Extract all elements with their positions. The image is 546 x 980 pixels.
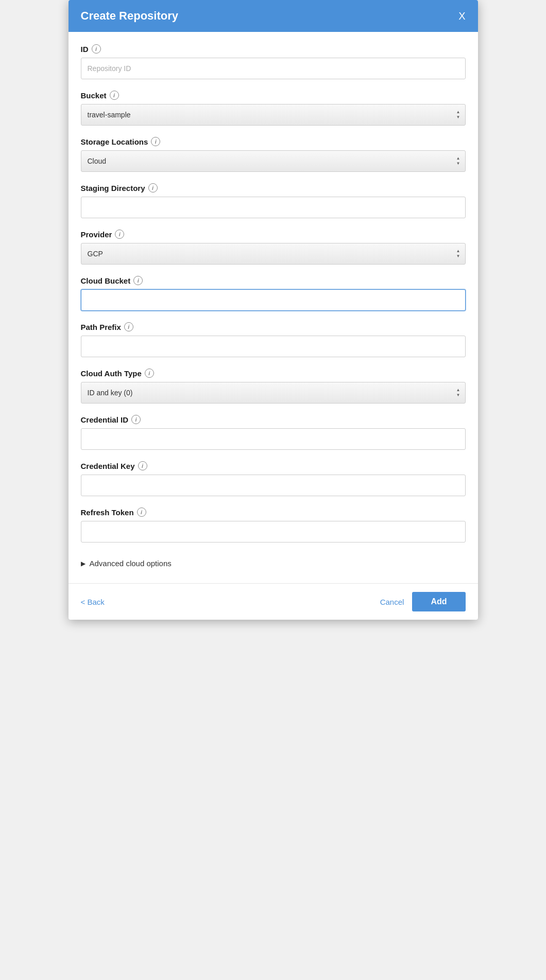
cloud-bucket-field-group: Cloud Bucket i (81, 276, 466, 311)
back-button[interactable]: < Back (81, 598, 105, 606)
credential-key-field-group: Credential Key i (81, 461, 466, 496)
credential-id-label: Credential ID i (81, 415, 466, 424)
refresh-token-label: Refresh Token i (81, 507, 466, 517)
storage-locations-field-group: Storage Locations i Cloud Local Remote (81, 137, 466, 172)
advanced-cloud-options-arrow: ▶ (81, 560, 86, 567)
storage-locations-info-icon: i (151, 137, 160, 146)
modal-header: Create Repository X (69, 0, 478, 32)
bucket-select[interactable]: travel-sample beer-sample default (81, 104, 466, 126)
provider-label: Provider i (81, 230, 466, 239)
staging-directory-field-group: Staging Directory i (81, 183, 466, 218)
bucket-field-group: Bucket i travel-sample beer-sample defau… (81, 91, 466, 126)
provider-info-icon: i (115, 230, 124, 239)
cloud-auth-type-select-wrapper: ID and key (0) Anonymous (1) IAM (2) (81, 382, 466, 404)
cancel-button[interactable]: Cancel (380, 598, 404, 606)
staging-directory-info-icon: i (148, 183, 158, 192)
staging-directory-label: Staging Directory i (81, 183, 466, 192)
path-prefix-label: Path Prefix i (81, 322, 466, 331)
cloud-auth-type-field-group: Cloud Auth Type i ID and key (0) Anonymo… (81, 369, 466, 404)
refresh-token-info-icon: i (137, 507, 146, 517)
credential-key-input[interactable] (81, 475, 466, 496)
advanced-cloud-options-toggle[interactable]: ▶ Advanced cloud options (81, 554, 466, 573)
close-button[interactable]: X (458, 11, 465, 21)
cloud-bucket-label: Cloud Bucket i (81, 276, 466, 285)
bucket-select-wrapper: travel-sample beer-sample default (81, 104, 466, 126)
footer-right-actions: Cancel Add (380, 592, 466, 611)
cloud-auth-type-label: Cloud Auth Type i (81, 369, 466, 378)
advanced-cloud-options-label: Advanced cloud options (90, 559, 172, 568)
storage-locations-select-wrapper: Cloud Local Remote (81, 150, 466, 172)
provider-select[interactable]: GCP AWS Azure (81, 243, 466, 265)
storage-locations-label: Storage Locations i (81, 137, 466, 146)
id-input[interactable] (81, 58, 466, 79)
refresh-token-input[interactable] (81, 521, 466, 542)
credential-key-info-icon: i (138, 461, 147, 470)
id-info-icon: i (92, 44, 101, 54)
credential-id-input[interactable] (81, 428, 466, 450)
provider-field-group: Provider i GCP AWS Azure (81, 230, 466, 265)
add-button[interactable]: Add (412, 592, 465, 611)
path-prefix-input[interactable] (81, 336, 466, 357)
modal-title: Create Repository (81, 9, 179, 23)
staging-directory-input[interactable] (81, 197, 466, 218)
credential-id-field-group: Credential ID i (81, 415, 466, 450)
storage-locations-select[interactable]: Cloud Local Remote (81, 150, 466, 172)
cloud-bucket-info-icon: i (133, 276, 143, 285)
bucket-info-icon: i (110, 91, 119, 100)
modal-footer: < Back Cancel Add (69, 583, 478, 620)
id-label: ID i (81, 44, 466, 54)
bucket-label: Bucket i (81, 91, 466, 100)
credential-id-info-icon: i (131, 415, 141, 424)
cloud-bucket-input[interactable] (81, 289, 466, 311)
credential-key-label: Credential Key i (81, 461, 466, 470)
cloud-auth-type-select[interactable]: ID and key (0) Anonymous (1) IAM (2) (81, 382, 466, 404)
path-prefix-field-group: Path Prefix i (81, 322, 466, 357)
create-repository-modal: Create Repository X ID i Bucket i travel… (69, 0, 478, 620)
provider-select-wrapper: GCP AWS Azure (81, 243, 466, 265)
cloud-auth-type-info-icon: i (145, 369, 154, 378)
path-prefix-info-icon: i (124, 322, 133, 331)
id-field-group: ID i (81, 44, 466, 79)
modal-body: ID i Bucket i travel-sample beer-sample … (69, 32, 478, 578)
refresh-token-field-group: Refresh Token i (81, 507, 466, 542)
